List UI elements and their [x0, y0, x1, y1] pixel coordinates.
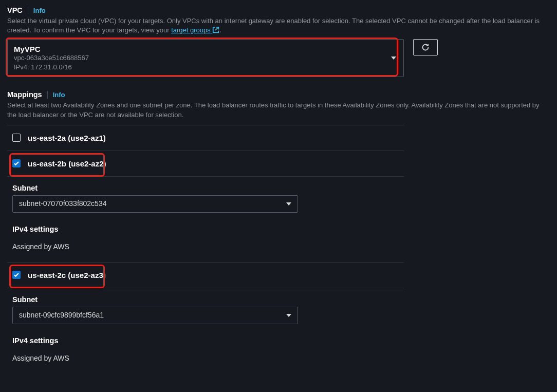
- az-detail-us-east-2c: Subnet subnet-09cfc9899bfcf56a1 IPv4 set…: [7, 288, 404, 374]
- check-icon: [13, 160, 20, 166]
- vpc-section-title: VPC: [7, 6, 23, 14]
- external-link-icon: [212, 26, 219, 33]
- az-row-us-east-2c[interactable]: us-east-2c (use2-az3): [7, 262, 404, 288]
- chevron-down-icon: [286, 314, 291, 317]
- mappings-info-link[interactable]: Info: [53, 91, 65, 99]
- checkbox-us-east-2a[interactable]: [12, 134, 21, 142]
- refresh-button[interactable]: [413, 39, 438, 55]
- chevron-down-icon: [286, 202, 291, 206]
- subnet-value: subnet-09cfc9899bfcf56a1: [19, 311, 104, 319]
- vpc-info-link[interactable]: Info: [33, 7, 46, 14]
- ipv4-settings-value: Assigned by AWS: [12, 242, 404, 251]
- subnet-dropdown-b[interactable]: subnet-07070f033f802c534: [12, 195, 298, 213]
- ipv4-settings-value: Assigned by AWS: [12, 354, 404, 362]
- chevron-down-icon: [391, 57, 396, 60]
- checkbox-us-east-2c[interactable]: [12, 271, 21, 279]
- mappings-description: Select at least two Availability Zones a…: [7, 101, 550, 119]
- az-label: us-east-2c (use2-az3): [28, 271, 106, 279]
- check-icon: [13, 272, 20, 278]
- vpc-selected-name: MyVPC: [14, 45, 384, 53]
- ipv4-settings-label: IPv4 settings: [12, 337, 404, 345]
- subnet-label: Subnet: [12, 184, 404, 192]
- refresh-icon: [421, 43, 430, 51]
- subnet-dropdown-c[interactable]: subnet-09cfc9899bfcf56a1: [12, 307, 298, 324]
- az-label: us-east-2a (use2-az1): [28, 134, 106, 142]
- vpc-description: Select the virtual private cloud (VPC) f…: [7, 16, 550, 35]
- az-row-us-east-2a[interactable]: us-east-2a (use2-az1): [7, 125, 404, 151]
- vpc-dropdown[interactable]: MyVPC vpc-063a3ce51c6688567 IPv4: 172.31…: [7, 39, 404, 77]
- az-detail-us-east-2b: Subnet subnet-07070f033f802c534 IPv4 set…: [7, 177, 404, 262]
- divider: [28, 7, 28, 14]
- divider: [47, 91, 48, 99]
- subnet-value: subnet-07070f033f802c534: [19, 199, 106, 208]
- checkbox-us-east-2b[interactable]: [12, 159, 21, 167]
- vpc-selected-id: vpc-063a3ce51c6688567: [14, 53, 384, 63]
- ipv4-settings-label: IPv4 settings: [12, 225, 404, 233]
- subnet-label: Subnet: [12, 295, 404, 304]
- az-label: us-east-2b (use2-az2): [28, 159, 106, 168]
- target-groups-link[interactable]: target groups: [171, 26, 219, 34]
- mappings-section-title: Mappings: [7, 90, 42, 99]
- az-row-us-east-2b[interactable]: us-east-2b (use2-az2): [7, 151, 404, 176]
- vpc-selected-cidr: IPv4: 172.31.0.0/16: [14, 63, 384, 72]
